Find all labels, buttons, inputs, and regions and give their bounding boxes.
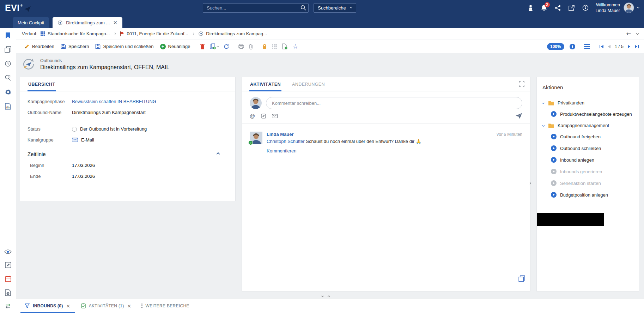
menu-hamburger-icon[interactable] [584, 44, 590, 49]
tab-label: INBOUNDS (0) [33, 303, 63, 308]
breadcrumb-item-outbound[interactable]: Direktmailings zum Kampag... [198, 31, 267, 36]
app-window: EVI ® Suchbereiche 2 [0, 0, 644, 313]
note-icon[interactable] [261, 114, 266, 119]
history-icon[interactable] [5, 60, 11, 67]
attachment-button[interactable] [247, 42, 255, 51]
favorite-button[interactable]: ☆ [290, 42, 300, 52]
open-in-new-icon[interactable] [569, 5, 575, 11]
close-icon[interactable]: × [113, 20, 117, 25]
user-menu-chevron-icon[interactable] [637, 6, 639, 8]
notifications-bell-icon[interactable]: 2 [541, 5, 547, 11]
back-arrow-icon[interactable]: ← [626, 31, 631, 37]
refresh-button[interactable] [221, 42, 232, 51]
assistant-icon[interactable] [528, 5, 533, 11]
tab-aenderungen[interactable]: ÄNDERUNGEN [291, 77, 326, 91]
next-page-button[interactable] [627, 44, 631, 49]
copy-stack-icon[interactable] [5, 46, 11, 53]
chevron-down-icon [321, 295, 324, 297]
mention-link[interactable]: Christoph Schütter [267, 139, 305, 144]
delete-button[interactable] [198, 42, 207, 51]
bottom-tab-aktivitaeten[interactable]: AKTIVITÄTEN (1) × [77, 299, 136, 313]
action-produktwechselangebote[interactable]: Produktwechselangebote erzeugen [551, 111, 639, 117]
chevron-down-icon[interactable] [636, 32, 639, 34]
tab-direktmailings[interactable]: Direktmailings zum ... × [53, 17, 122, 28]
breadcrumb-item-campaign[interactable]: 0011, Energie für die Zukunf... [120, 31, 188, 36]
search-input[interactable] [203, 3, 309, 13]
composer-toolbar: @ [242, 109, 530, 124]
action-outbound-schliessen[interactable]: Outbound schließen [551, 145, 639, 151]
search-icon[interactable] [300, 5, 306, 11]
collapse-chevron-icon[interactable] [217, 152, 220, 156]
star-icon: ☆ [292, 43, 298, 50]
previous-page-button[interactable] [608, 44, 611, 49]
actions-group-privatkunden[interactable]: Privatkunden [542, 100, 639, 106]
last-page-button[interactable] [634, 44, 639, 49]
actions-title: Aktionen [542, 84, 639, 90]
action-inbound-anlegen[interactable]: Inbound anlegen [551, 157, 639, 163]
info-button[interactable] [569, 43, 576, 50]
share-icon[interactable] [555, 5, 561, 11]
breadcrumb-item-search[interactable]: Standardsuche für Kampagn... [41, 31, 110, 36]
more-areas-button[interactable]: WEITERE BEREICHE [138, 299, 193, 313]
edit-label: Bearbeiten [32, 44, 54, 49]
feed-actions: Kommentieren [267, 148, 522, 154]
print-button[interactable] [236, 42, 247, 51]
fullscreen-expand-icon[interactable] [519, 81, 524, 87]
tab-aktivitaeten[interactable]: AKTIVITÄTEN [249, 77, 281, 91]
avatar: ✓ [250, 132, 262, 144]
grid-view-button[interactable] [269, 42, 279, 51]
tab-mein-cockpit[interactable]: Mein Cockpit [13, 17, 49, 28]
search-edit-icon[interactable] [5, 74, 11, 81]
eye-star-icon[interactable] [4, 249, 12, 254]
comment-input[interactable] [266, 97, 522, 109]
action-outbound-freigeben[interactable]: Outbound freigeben [551, 134, 639, 139]
outbound-icon [198, 31, 203, 36]
save-close-button[interactable]: Speichern und schließen [92, 42, 157, 51]
panel-expander-handle[interactable] [529, 179, 531, 186]
calendar-icon[interactable] [5, 276, 11, 282]
breadcrumb-controls: ← [626, 31, 638, 37]
edit-button[interactable]: Bearbeiten [21, 42, 57, 51]
feed-author[interactable]: Linda Mauer [267, 132, 294, 137]
copy-add-button[interactable] [207, 42, 221, 51]
chevron-down-icon [542, 102, 545, 104]
popout-window-icon[interactable] [518, 275, 525, 282]
zoom-level-badge[interactable]: 100% [547, 43, 564, 50]
email-icon[interactable] [272, 114, 278, 118]
comment-link[interactable]: Kommentieren [267, 148, 297, 154]
send-icon[interactable] [515, 113, 522, 119]
bookmark-icon[interactable] [5, 32, 11, 39]
bottom-tab-inbounds[interactable]: INBOUNDS (0) × [20, 299, 75, 313]
add-document-button[interactable] [279, 42, 290, 51]
tab-uebersicht[interactable]: ÜBERSICHT [28, 77, 56, 91]
breadcrumb-label: Verlauf: [22, 31, 37, 36]
user-name: Linda Mauer [596, 8, 620, 13]
first-page-button[interactable] [599, 44, 604, 49]
topbar: EVI ® Suchbereiche 2 [0, 0, 644, 16]
actions-group-kampagnenmanagement[interactable]: Kampagnenmanagement [542, 123, 639, 128]
breadcrumb-text: 0011, Energie für die Zukunf... [127, 31, 188, 36]
report-document-icon[interactable] [5, 103, 11, 110]
action-budgetposition-anlegen[interactable]: Budgetposition anlegen [551, 192, 639, 198]
close-icon[interactable]: × [127, 303, 131, 309]
user-avatar[interactable] [624, 2, 634, 13]
search-scope-select[interactable]: Suchbereiche [314, 3, 356, 13]
document-gear-icon[interactable] [5, 289, 11, 296]
trash-icon [200, 44, 205, 49]
activity-card-tabs: AKTIVITÄTEN ÄNDERUNGEN [242, 77, 530, 91]
bottom-splitter-handle[interactable] [322, 294, 330, 297]
save-button[interactable]: Speichern [57, 42, 92, 51]
kampagnenphase-link[interactable]: Bewusstsein schaffen IN BEARBEITUNG [72, 99, 156, 104]
overview-card: ÜBERSICHT Kampagnenphase Bewusstsein sch… [20, 77, 236, 201]
note-edit-icon[interactable] [5, 262, 11, 268]
info-icon[interactable] [582, 5, 589, 11]
lock-button[interactable] [260, 42, 269, 51]
transfer-arrows-icon[interactable] [5, 303, 11, 309]
info-circle-icon [569, 43, 576, 50]
new-record-button[interactable]: + Neuanlage [157, 42, 194, 51]
mention-icon[interactable]: @ [250, 113, 255, 119]
logo-registered-mark: ® [20, 4, 23, 7]
app-logo[interactable]: EVI ® [5, 4, 31, 12]
gear-icon[interactable] [5, 89, 12, 96]
close-icon[interactable]: × [66, 303, 71, 309]
